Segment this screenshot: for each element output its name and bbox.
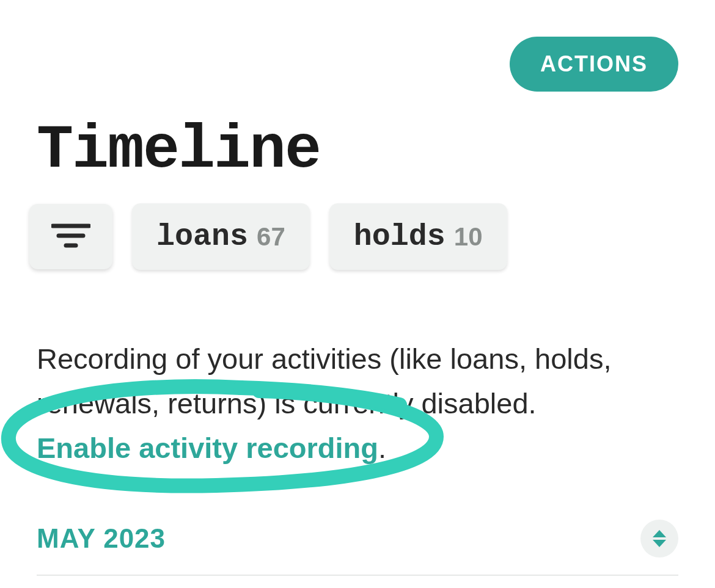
- filter-icon: [51, 222, 90, 251]
- info-suffix: .: [378, 432, 386, 464]
- info-text-block: Recording of your activities (like loans…: [0, 270, 715, 471]
- enable-activity-recording-link[interactable]: Enable activity recording: [37, 432, 378, 464]
- filter-row: loans 67 holds 10: [0, 203, 715, 270]
- page-title: Timeline: [0, 92, 715, 203]
- filter-menu-button[interactable]: [29, 204, 112, 269]
- chevron-down-icon: [653, 540, 666, 547]
- filter-loans-button[interactable]: loans 67: [132, 203, 310, 270]
- filter-holds-count: 10: [454, 222, 483, 252]
- section-divider: [37, 575, 678, 576]
- sort-toggle-button[interactable]: [640, 520, 678, 557]
- filter-holds-button[interactable]: holds 10: [329, 203, 507, 270]
- chevron-up-icon: [653, 530, 666, 537]
- filter-loans-label: loans: [156, 219, 248, 254]
- actions-button[interactable]: ACTIONS: [510, 37, 678, 92]
- filter-holds-label: holds: [354, 219, 446, 254]
- month-heading: MAY 2023: [37, 523, 166, 554]
- filter-loans-count: 67: [257, 222, 285, 252]
- info-description: Recording of your activities (like loans…: [37, 343, 611, 419]
